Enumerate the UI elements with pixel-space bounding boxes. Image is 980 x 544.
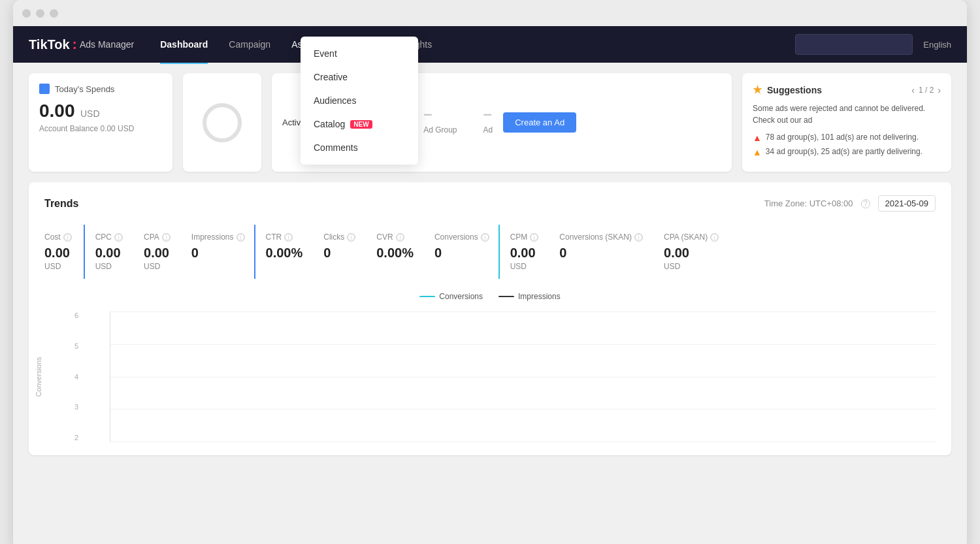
y-label-4: 4 [74, 373, 78, 381]
conversions-value: 0 [434, 246, 489, 261]
trends-header: Trends Time Zone: UTC+08:00 ? 2021-05-09 [44, 195, 936, 212]
page-prev-button[interactable]: ‹ [911, 85, 915, 95]
y-label-2: 2 [74, 434, 78, 441]
app-window: TikTok: Ads Manager Dashboard Campaign A… [13, 0, 967, 544]
nav-dashboard[interactable]: Dashboard [160, 37, 208, 52]
metric-cvr: CVR ⓘ 0.00% [366, 225, 424, 279]
payment-card [183, 73, 261, 172]
legend-conversions-label: Conversions [439, 292, 483, 301]
new-badge: NEW [350, 120, 372, 129]
close-btn[interactable] [22, 9, 31, 18]
dropdown-creative[interactable]: Creative [301, 65, 418, 89]
spends-amount: 0.00 [39, 101, 75, 121]
cost-unit: USD [44, 262, 72, 271]
maximize-btn[interactable] [50, 9, 58, 18]
warning-partial: ▲ 34 ad group(s), 25 ad(s) are partly de… [753, 147, 941, 157]
cvr-value: 0.00% [376, 246, 414, 261]
trends-card: Trends Time Zone: UTC+08:00 ? 2021-05-09… [29, 182, 951, 455]
metric-cpm: CPM ⓘ 0.00 USD [500, 225, 549, 279]
top-cards-row: Today's Spends 0.00 USD Account Balance … [29, 73, 951, 172]
metric-clicks: Clicks ⓘ 0 [313, 225, 366, 279]
cvr-info-icon: ⓘ [396, 233, 404, 242]
account-balance: Account Balance 0.00 USD [39, 124, 162, 133]
page-next-button[interactable]: › [938, 85, 941, 95]
brand-logo: TikTok: Ads Manager [29, 36, 134, 53]
grid-line-2 [110, 344, 936, 345]
stat-ad: – Ad [483, 104, 493, 140]
dropdown-audiences[interactable]: Audiences [301, 89, 418, 112]
trends-title: Trends [44, 198, 78, 210]
cpa-value: 0.00 [144, 246, 171, 261]
chart-y-labels: 6 5 4 3 2 [74, 312, 78, 441]
impressions-info-icon: ⓘ [237, 233, 245, 242]
y-label-5: 5 [74, 342, 78, 350]
metric-cpa: CPA ⓘ 0.00 USD [133, 225, 181, 279]
spends-header: Today's Spends [39, 84, 162, 94]
metric-cpa-skan: CPA (SKAN) ⓘ 0.00 USD [653, 225, 729, 279]
dropdown-catalog[interactable]: Catalog NEW [301, 112, 418, 136]
navbar: TikTok: Ads Manager Dashboard Campaign A… [13, 26, 967, 63]
chart-container: Conversions 6 5 4 3 2 [71, 312, 936, 442]
adgroup-label: Ad Group [423, 125, 457, 135]
cpa-info-icon: ⓘ [162, 233, 171, 242]
clicks-value: 0 [323, 246, 355, 261]
cpc-unit: USD [95, 262, 123, 271]
error-icon: ▲ [753, 133, 762, 143]
cost-value: 0.00 [44, 246, 72, 261]
warning-icon: ▲ [753, 147, 762, 157]
warning-error: ▲ 78 ad group(s), 101 ad(s) are not deli… [753, 133, 941, 143]
ctr-value: 0.00% [266, 246, 303, 261]
cpc-info-icon: ⓘ [114, 233, 123, 242]
adgroup-count: – [423, 104, 457, 123]
date-picker[interactable]: 2021-05-09 [878, 195, 936, 212]
grid-line-1 [110, 312, 936, 312]
ad-label: Ad [483, 125, 493, 135]
metric-impressions: Impressions ⓘ 0 [181, 225, 255, 279]
metric-ctr: CTR ⓘ 0.00% [255, 225, 314, 279]
clicks-info-icon: ⓘ [347, 233, 355, 242]
spends-currency: USD [80, 108, 100, 119]
cpm-unit: USD [510, 262, 539, 271]
ctr-info-icon: ⓘ [284, 233, 293, 242]
legend-impressions-label: Impressions [518, 292, 561, 301]
spends-amount-row: 0.00 USD [39, 101, 162, 121]
metrics-row: Cost ⓘ 0.00 USD CPC ⓘ 0.00 USD [44, 225, 936, 279]
suggestion-main-text: Some ads were rejected and cannot be del… [753, 103, 941, 126]
nav-menu: Dashboard Campaign Assets Reporting Insi… [160, 37, 795, 52]
metric-cost: Cost ⓘ 0.00 USD [44, 225, 85, 279]
cpa-skan-info-icon: ⓘ [710, 233, 719, 242]
spends-title: Today's Spends [55, 84, 114, 94]
suggestions-icon: ★ [753, 84, 762, 96]
cost-info-icon: ⓘ [63, 233, 72, 242]
minimize-btn[interactable] [36, 9, 44, 18]
nav-search-input[interactable] [795, 34, 913, 55]
cpa-skan-value: 0.00 [664, 246, 719, 261]
warning-partial-text: 34 ad group(s), 25 ad(s) are partly deli… [766, 147, 923, 156]
timezone-label: Time Zone: UTC+08:00 [764, 199, 853, 208]
dropdown-event[interactable]: Event [301, 42, 418, 65]
chart-area: 6 5 4 3 2 [110, 312, 936, 442]
todays-spends-card: Today's Spends 0.00 USD Account Balance … [29, 73, 172, 172]
create-ad-button[interactable]: Create an Ad [503, 112, 576, 133]
cpm-info-icon: ⓘ [530, 233, 538, 242]
legend-impressions: Impressions [498, 292, 561, 301]
conversions-skan-info-icon: ⓘ [634, 233, 643, 242]
chart-y-axis-label: Conversions [35, 357, 42, 396]
cpa-unit: USD [144, 262, 171, 271]
nav-campaign[interactable]: Campaign [229, 37, 270, 52]
language-selector[interactable]: English [923, 40, 951, 50]
payment-donut [203, 103, 242, 142]
grid-line-4 [110, 409, 936, 409]
legend-dark-line [498, 296, 514, 297]
conversions-info-icon: ⓘ [481, 233, 489, 242]
spends-icon [39, 84, 50, 94]
dropdown-comments[interactable]: Comments [301, 136, 418, 159]
chart-legend: Conversions Impressions [44, 292, 936, 301]
conversions-skan-value: 0 [559, 246, 643, 261]
suggestions-title-text: Suggestions [767, 85, 822, 95]
trends-meta: Time Zone: UTC+08:00 ? 2021-05-09 [764, 195, 936, 212]
info-icon: ? [861, 199, 870, 208]
page-navigation: ‹ 1 / 2 › [911, 85, 941, 95]
cpc-value: 0.00 [95, 246, 123, 261]
suggestions-header: ★ Suggestions ‹ 1 / 2 › [753, 84, 941, 96]
